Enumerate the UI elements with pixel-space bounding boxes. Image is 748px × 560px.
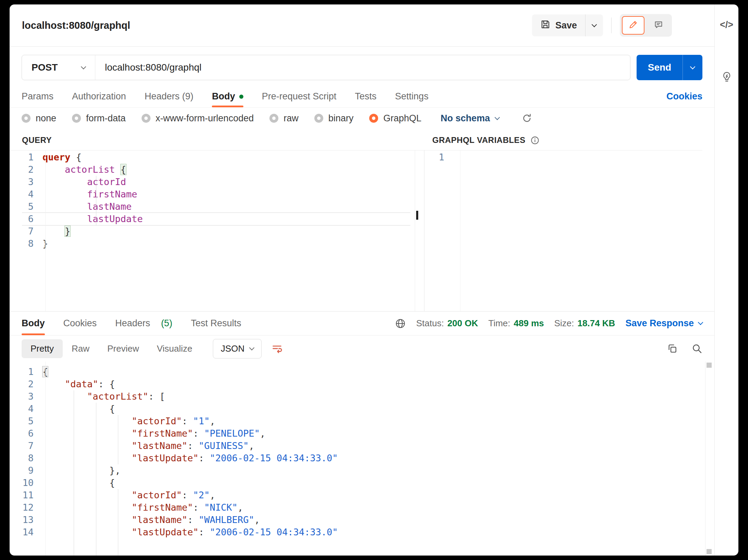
request-title: localhost:8080/graphql xyxy=(22,20,130,31)
response-body-editor[interactable]: 1{2 "data": {3 "actorList": [4 {5 "actor… xyxy=(10,362,714,556)
scrollbar-marker[interactable] xyxy=(707,549,712,554)
tab-settings[interactable]: Settings xyxy=(395,86,429,107)
view-tab-pretty[interactable]: Pretty xyxy=(22,339,63,358)
send-button[interactable]: Send xyxy=(637,55,702,80)
code-line: 7 "lastName": "GUINESS", xyxy=(22,440,694,452)
radio-icon xyxy=(72,114,81,123)
wrap-lines-button[interactable] xyxy=(271,343,283,354)
tab-prerequest-script[interactable]: Pre-request Script xyxy=(262,86,337,107)
code-line: 3 "actorList": [ xyxy=(22,390,694,403)
response-tab-headers[interactable]: Headers (5) xyxy=(115,312,172,335)
radio-binary[interactable]: binary xyxy=(314,113,354,124)
code-line: 2 actorList { xyxy=(22,163,410,176)
status-badge: Status: 200 OK xyxy=(416,318,478,329)
bootcamp-button[interactable] xyxy=(721,71,733,83)
radio-form-data[interactable]: form-data xyxy=(72,113,126,124)
response-tab-test-results[interactable]: Test Results xyxy=(191,312,241,335)
schema-select[interactable]: No schema xyxy=(441,113,499,124)
main-pane: localhost:8080/graphql Save xyxy=(10,4,714,556)
code-line: 1{ xyxy=(22,366,694,378)
scrollbar-marker[interactable] xyxy=(707,363,712,368)
copy-icon xyxy=(667,343,678,354)
code-line: 6 "firstName": "PENELOPE", xyxy=(22,427,694,440)
body-type-row: none form-data x-www-form-urlencoded raw… xyxy=(10,108,714,130)
response-toolbar: Pretty Raw Preview Visualize JSON xyxy=(10,336,714,362)
view-tab-preview[interactable]: Preview xyxy=(98,339,148,358)
radio-x-www-form-urlencoded[interactable]: x-www-form-urlencoded xyxy=(142,113,254,124)
code-line: 10 { xyxy=(22,477,694,489)
chevron-down-icon xyxy=(249,345,255,350)
tab-params[interactable]: Params xyxy=(22,86,53,107)
response-toolbar-right xyxy=(667,343,702,354)
code-line: 8 "lastUpdate": "2006-02-15 04:34:33.0" xyxy=(22,452,694,464)
method-select[interactable]: POST xyxy=(22,55,95,80)
variables-editor[interactable]: 1 xyxy=(424,150,702,311)
code-snippet-button[interactable]: </> xyxy=(720,20,733,30)
save-icon xyxy=(540,19,551,32)
time-badge: Time: 489 ms xyxy=(488,318,544,329)
view-tab-raw[interactable]: Raw xyxy=(63,339,98,358)
code-line: 2 "data": { xyxy=(22,378,694,390)
code-line: 5 "actorId": "1", xyxy=(22,415,694,427)
response-tab-body[interactable]: Body xyxy=(22,312,45,335)
refresh-schema-button[interactable] xyxy=(522,113,532,123)
edit-comment-group xyxy=(620,14,672,37)
code-line: 4 { xyxy=(22,403,694,415)
save-response-button[interactable]: Save Response xyxy=(625,318,702,329)
code-line: 5 lastName xyxy=(22,200,410,213)
query-editor[interactable]: 1query {2 actorList {3 actorId4 firstNam… xyxy=(10,150,424,311)
variables-panel-label: GRAPHQL VARIABLES xyxy=(424,130,702,150)
query-panel-label: QUERY xyxy=(10,130,424,150)
variables-panel: GRAPHQL VARIABLES 1 xyxy=(424,130,702,311)
radio-none[interactable]: none xyxy=(22,113,56,124)
code-line: 12 "firstName": "NICK", xyxy=(22,501,694,514)
save-button[interactable]: Save xyxy=(532,19,585,32)
code-line: 7 } xyxy=(22,225,410,238)
send-options-button[interactable] xyxy=(683,55,702,80)
scrollbar-thumb[interactable] xyxy=(416,211,418,220)
save-options-button[interactable] xyxy=(585,14,603,36)
response-meta: Status: 200 OK Time: 489 ms Size: 18.74 … xyxy=(395,312,702,335)
tab-authorization[interactable]: Authorization xyxy=(72,86,126,107)
code-line: 8} xyxy=(22,238,410,250)
save-group: Save xyxy=(532,14,603,36)
code-line: 1query { xyxy=(22,151,410,163)
response-tab-cookies[interactable]: Cookies xyxy=(63,312,97,335)
divider xyxy=(611,17,612,33)
view-tab-visualize[interactable]: Visualize xyxy=(148,339,201,358)
tab-headers[interactable]: Headers (9) xyxy=(145,86,194,107)
tab-tests[interactable]: Tests xyxy=(355,86,376,107)
code-line: 11 "actorId": "2", xyxy=(22,489,694,501)
chevron-down-icon xyxy=(698,320,703,325)
body-filled-dot xyxy=(239,95,243,99)
url-input[interactable] xyxy=(95,55,630,80)
edit-button[interactable] xyxy=(622,16,644,35)
comment-icon xyxy=(654,20,663,31)
radio-icon xyxy=(369,114,378,123)
tab-body[interactable]: Body xyxy=(212,86,243,107)
radio-icon xyxy=(22,114,31,123)
copy-button[interactable] xyxy=(667,343,678,354)
chevron-down-icon xyxy=(592,22,597,27)
wrap-lines-icon xyxy=(271,343,283,354)
size-badge: Size: 18.74 KB xyxy=(554,318,615,329)
code-line: 3 actorId xyxy=(22,176,410,188)
code-line: 13 "lastName": "WAHLBERG", xyxy=(22,514,694,526)
search-button[interactable] xyxy=(691,343,702,354)
refresh-icon xyxy=(522,113,532,123)
lightbulb-icon xyxy=(721,71,733,83)
comment-button[interactable] xyxy=(647,16,670,35)
globe-icon[interactable] xyxy=(395,318,406,329)
right-sidebar: </> xyxy=(714,4,738,556)
code-line: 14 "lastUpdate": "2006-02-15 04:34:33.0" xyxy=(22,526,694,538)
radio-graphql[interactable]: GraphQL xyxy=(369,113,421,124)
chevron-down-icon xyxy=(495,114,500,120)
cookies-link[interactable]: Cookies xyxy=(666,91,702,102)
code-line: 9 }, xyxy=(22,464,694,477)
headers-count: (5) xyxy=(161,318,172,329)
request-tabs: Params Authorization Headers (9) Body Pr… xyxy=(10,86,714,108)
radio-raw[interactable]: raw xyxy=(269,113,299,124)
search-icon xyxy=(691,343,702,354)
format-select[interactable]: JSON xyxy=(213,339,262,358)
topbar: localhost:8080/graphql Save xyxy=(10,4,714,47)
